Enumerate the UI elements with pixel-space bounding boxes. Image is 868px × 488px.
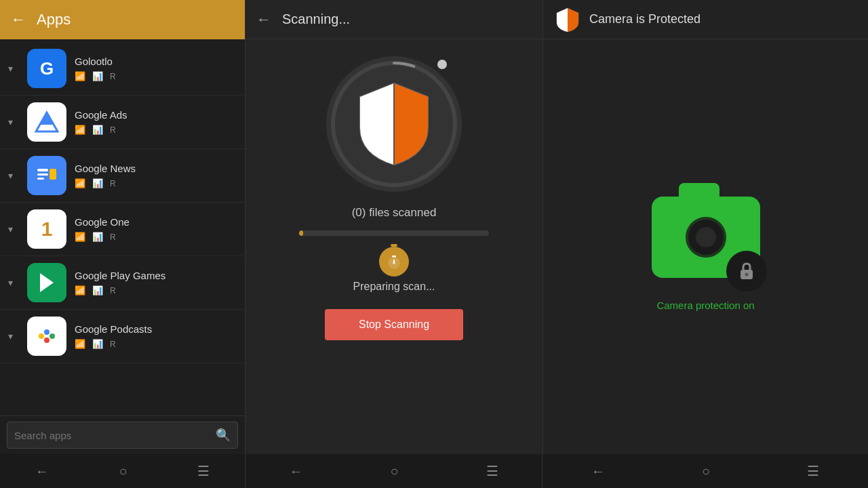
signal-icon: 📊 [92,178,103,188]
left-header: ← Apps [0,0,245,39]
app-name-google-one: Google One [75,216,237,228]
middle-content: (0) files scanned Preparing scan... Stop… [245,39,542,454]
app-status-row: 📶 📊 R [75,339,237,349]
menu-nav-button-left[interactable]: ☰ [184,458,223,485]
app-name-google-news: Google News [75,163,237,174]
app-status-row: 📶 📊 R [75,178,237,188]
back-nav-button-mid[interactable]: ← [275,458,316,485]
svg-rect-6 [50,169,56,180]
search-icon: 🔍 [216,428,231,443]
back-nav-button-right[interactable]: ← [578,458,618,485]
svg-rect-3 [37,169,48,171]
app-info-google-news: Google News 📶 📊 R [75,163,237,188]
svg-rect-21 [392,256,396,258]
app-info-golootlo: Golootlo 📶 📊 R [75,56,237,81]
timer-icon [379,247,409,277]
shield-container [323,53,465,195]
home-nav-button-right[interactable]: ○ [688,458,724,485]
app-name-golootlo: Golootlo [75,56,237,67]
chevron-down-icon: ▾ [8,170,19,181]
svg-point-25 [745,272,748,276]
chevron-down-icon: ▾ [8,117,19,127]
svg-point-12 [50,333,55,339]
preparing-text: Preparing scan... [353,281,435,293]
app-list: ▾ G Golootlo 📶 📊 R ▾ [0,39,245,415]
app-status-row: 📶 📊 R [75,71,237,81]
app-icon-google-ads [27,102,66,142]
list-item[interactable]: ▾ 1 Google One 📶 📊 R [0,203,245,256]
chevron-down-icon: ▾ [8,63,19,74]
camera-protected-title: Camera is Protected [589,12,701,26]
app-name-google-play-games: Google Play Games [75,270,237,281]
shield-circle [326,56,462,192]
wifi-icon: 📶 [75,125,85,135]
bottom-nav: ← ○ ☰ ← ○ ☰ ← ○ ☰ [0,454,868,488]
app-info-google-one: Google One 📶 📊 R [75,216,237,242]
signal-icon: 📊 [92,285,103,296]
camera-protection-status: Camera protection on [656,300,754,311]
app-icon-google-play-games [27,263,66,302]
r-badge: R [110,72,116,81]
home-nav-button-mid[interactable]: ○ [376,458,412,485]
wifi-icon: 📶 [75,232,85,242]
app-name-google-podcasts: Google Podcasts [75,323,237,335]
r-badge: R [110,340,116,349]
signal-icon: 📊 [92,125,103,135]
menu-nav-button-right[interactable]: ☰ [793,458,833,485]
home-nav-button-left[interactable]: ○ [105,458,140,485]
svg-point-9 [44,329,50,335]
chevron-down-icon: ▾ [8,331,19,342]
right-panel: Camera is Protected [542,0,868,454]
bottom-nav-mid: ← ○ ☰ [245,454,542,488]
wifi-icon: 📶 [75,71,85,81]
search-bar-container: 🔍 [0,415,245,454]
apps-title: Apps [37,11,71,28]
list-item[interactable]: ▾ Google Podcasts 📶 📊 R [0,310,245,363]
back-button-mid[interactable]: ← [256,11,271,28]
svg-marker-1 [40,113,54,125]
search-input[interactable] [14,430,210,441]
chevron-down-icon: ▾ [8,277,19,288]
r-badge: R [110,179,116,188]
stop-scanning-button[interactable]: Stop Scanning [325,309,463,340]
list-item[interactable]: ▾ G Golootlo 📶 📊 R [0,42,245,96]
app-status-row: 📶 📊 R [75,285,237,296]
main-content: ← Apps ▾ G Golootlo 📶 📊 R [0,0,868,454]
list-item[interactable]: ▾ Google Play Games 📶 📊 R [0,256,245,310]
app-icon-google-podcasts [27,317,66,356]
wifi-icon: 📶 [75,285,85,296]
app-info-google-play-games: Google Play Games 📶 📊 R [75,270,237,296]
app-status-row: 📶 📊 R [75,125,237,135]
middle-header: ← Scanning... [245,0,542,39]
svg-marker-7 [40,273,54,292]
svg-rect-5 [37,178,44,180]
camera-icon-container [645,183,767,291]
signal-icon: 📊 [92,232,103,242]
app-info-google-podcasts: Google Podcasts 📶 📊 R [75,323,237,349]
svg-point-10 [44,338,50,343]
r-badge: R [110,125,116,135]
svg-point-11 [39,333,44,339]
app-icon-golootlo: G [27,49,66,88]
r-badge: R [110,286,116,296]
signal-icon: 📊 [92,339,103,349]
back-nav-button-left[interactable]: ← [22,458,62,485]
signal-icon: 📊 [92,71,103,81]
chevron-down-icon: ▾ [8,224,19,235]
list-item[interactable]: ▾ Google Ads 📶 📊 R [0,96,245,149]
shield-logo-icon [554,6,581,33]
search-bar[interactable]: 🔍 [7,422,238,449]
progress-dot [437,60,447,69]
list-item[interactable]: ▾ Google News 📶 📊 R [0,149,245,203]
svg-rect-8 [33,323,60,350]
back-button-left[interactable]: ← [11,11,26,28]
middle-panel: ← Scanning... [245,0,542,454]
camera-lens [686,217,726,258]
right-header: Camera is Protected [543,0,868,39]
left-panel: ← Apps ▾ G Golootlo 📶 📊 R [0,0,245,454]
menu-nav-button-mid[interactable]: ☰ [473,458,512,485]
app-icon-google-one: 1 [27,209,66,249]
progress-bar-container [299,230,489,236]
wifi-icon: 📶 [75,339,85,349]
progress-bar-fill [299,230,303,236]
